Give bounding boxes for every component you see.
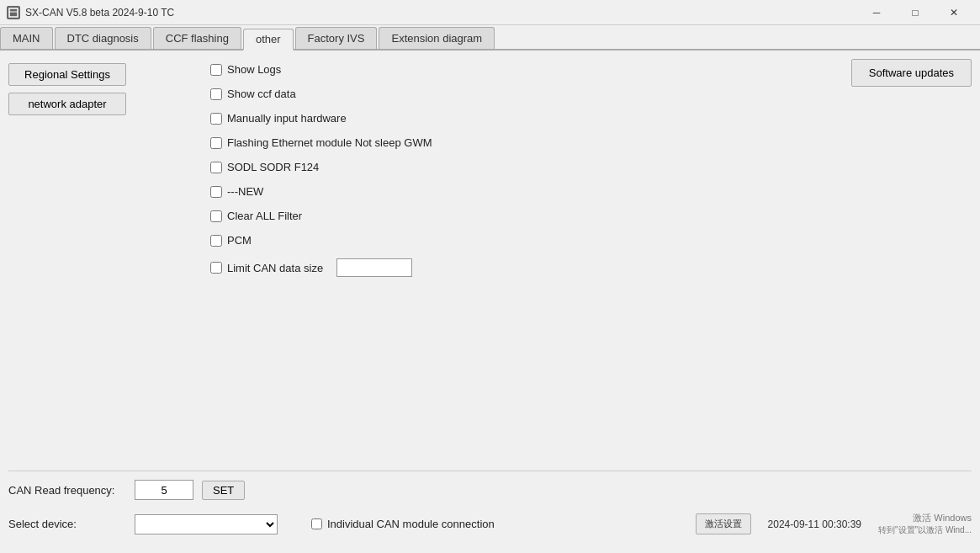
activate-windows-line1: 激活 Windows xyxy=(878,512,972,524)
checkbox-limit-can: Limit CAN data size xyxy=(210,258,972,277)
checkbox-new: ---NEW xyxy=(210,185,972,198)
limit-can-input[interactable] xyxy=(336,258,412,277)
select-device-label: Select device: xyxy=(8,518,126,530)
new-label: ---NEW xyxy=(227,185,263,198)
minimize-button[interactable]: ─ xyxy=(857,0,896,25)
maximize-button[interactable]: □ xyxy=(896,0,935,25)
sodl-sodr-label: SODL SODR F124 xyxy=(227,161,319,173)
regional-settings-button[interactable]: Regional Settings xyxy=(8,63,126,86)
device-controls: Select device: xyxy=(8,514,278,534)
top-section: Regional Settings network adapter Show L… xyxy=(8,59,972,471)
individual-can-label: Individual CAN module connection xyxy=(327,518,495,530)
flashing-ethernet-checkbox[interactable] xyxy=(210,137,222,149)
tab-extension[interactable]: Extension diagram xyxy=(379,27,495,49)
sodl-sodr-checkbox[interactable] xyxy=(210,162,222,173)
limit-can-checkbox[interactable] xyxy=(210,262,222,274)
checkbox-clear-filter: Clear ALL Filter xyxy=(210,210,972,222)
options-panel: Show Logs Show ccf data Manually input h… xyxy=(177,59,972,471)
frequency-row: CAN Read frequency: SET xyxy=(8,480,972,500)
tab-main[interactable]: MAIN xyxy=(0,27,53,49)
activate-btn-label: 激活设置 xyxy=(705,518,742,529)
individual-can-checkbox[interactable] xyxy=(311,518,322,529)
activate-windows-line2: 转到"设置"以激活 Wind... xyxy=(878,524,972,536)
activate-button[interactable]: 激活设置 xyxy=(696,513,751,534)
frequency-controls: CAN Read frequency: SET xyxy=(8,480,245,500)
new-checkbox[interactable] xyxy=(210,186,222,198)
clear-filter-checkbox[interactable] xyxy=(210,210,222,222)
left-panel: Regional Settings network adapter xyxy=(8,59,177,471)
network-adapter-button[interactable]: network adapter xyxy=(8,93,126,115)
software-updates-button[interactable]: Software updates xyxy=(851,59,972,87)
pcm-label: PCM xyxy=(227,234,252,247)
timestamp-text: 2024-09-11 00:30:39 xyxy=(768,518,861,530)
app-icon xyxy=(7,6,20,19)
show-logs-label: Show Logs xyxy=(227,63,281,76)
tab-factory[interactable]: Factory IVS xyxy=(295,27,378,49)
window-controls: ─ □ ✕ xyxy=(857,0,973,25)
tab-ccf[interactable]: CCF flashing xyxy=(153,27,241,49)
device-row: Select device: Individual CAN module con… xyxy=(8,512,972,536)
checkbox-manually-input: Manually input hardware xyxy=(210,112,972,125)
tab-bar: MAIN DTC diagnosis CCF flashing other Fa… xyxy=(0,25,980,51)
tab-other[interactable]: other xyxy=(243,29,294,51)
flashing-ethernet-label: Flashing Ethernet module Not sleep GWM xyxy=(227,136,432,149)
pcm-checkbox[interactable] xyxy=(210,235,222,247)
checkbox-show-ccf: Show ccf data xyxy=(210,88,972,100)
frequency-label: CAN Read frequency: xyxy=(8,484,126,497)
svg-rect-0 xyxy=(9,8,18,17)
activate-windows-notice: 激活 Windows 转到"设置"以激活 Wind... xyxy=(878,512,972,536)
close-button[interactable]: ✕ xyxy=(935,0,973,25)
frequency-input[interactable] xyxy=(135,480,193,500)
app-title: SX-CAN V5.8 beta 2024-9-10 TC xyxy=(25,7,174,19)
limit-can-label: Limit CAN data size xyxy=(227,262,323,274)
checkbox-flashing-ethernet: Flashing Ethernet module Not sleep GWM xyxy=(210,136,972,149)
show-ccf-label: Show ccf data xyxy=(227,88,296,100)
manually-input-label: Manually input hardware xyxy=(227,112,347,125)
device-select[interactable] xyxy=(135,514,278,534)
status-area: 激活设置 2024-09-11 00:30:39 激活 Windows 转到"设… xyxy=(696,512,972,536)
show-ccf-checkbox[interactable] xyxy=(210,88,222,100)
main-content: Software updates Regional Settings netwo… xyxy=(0,51,980,553)
checkbox-pcm: PCM xyxy=(210,234,972,247)
title-bar: SX-CAN V5.8 beta 2024-9-10 TC ─ □ ✕ xyxy=(0,0,980,25)
manually-input-checkbox[interactable] xyxy=(210,113,222,125)
set-button[interactable]: SET xyxy=(202,481,245,500)
bottom-section: CAN Read frequency: SET Select device: I… xyxy=(8,471,972,545)
clear-filter-label: Clear ALL Filter xyxy=(227,210,302,222)
individual-can-row: Individual CAN module connection xyxy=(311,518,495,530)
checkbox-sodl-sodr: SODL SODR F124 xyxy=(210,161,972,173)
tab-dtc[interactable]: DTC diagnosis xyxy=(55,27,151,49)
show-logs-checkbox[interactable] xyxy=(210,64,222,76)
timestamp-display: 2024-09-11 00:30:39 xyxy=(768,518,861,530)
